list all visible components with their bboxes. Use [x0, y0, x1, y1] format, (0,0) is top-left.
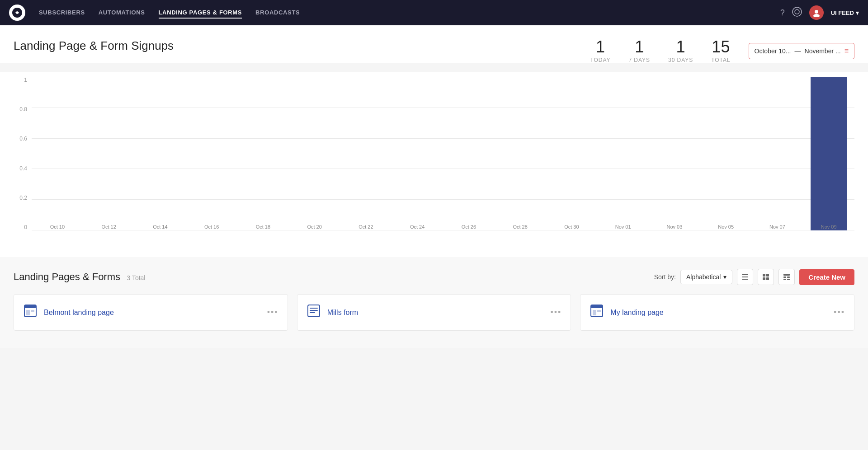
stat-today: 1 TODAY [590, 39, 610, 63]
lp-title: Landing Pages & Forms [14, 271, 120, 282]
card-menu-0[interactable]: ••• [267, 308, 278, 317]
svg-point-1 [793, 7, 802, 16]
user-menu[interactable]: UI FEED ▾ [831, 9, 859, 16]
card-name-1[interactable]: Mills form [327, 309, 544, 317]
chart-bar-15 [811, 77, 847, 230]
x-label-13: Nov 05 [700, 224, 752, 230]
svg-rect-16 [787, 279, 790, 280]
x-label-8: Oct 26 [443, 224, 495, 230]
x-label-11: Nov 01 [597, 224, 649, 230]
stat-30days-value: 1 [668, 39, 693, 55]
x-label-5: Oct 20 [289, 224, 340, 230]
y-label-02: 0.2 [14, 195, 27, 201]
chart-bar-slot-5 [289, 77, 340, 230]
date-start: October 10... [755, 47, 791, 55]
stat-total: 15 TOTAL [711, 39, 730, 63]
stat-7days: 1 7 DAYS [628, 39, 650, 63]
chart-bar-slot-4 [237, 77, 289, 230]
sort-value: Alphabetical [686, 273, 721, 281]
chart-wrap: 0 0.2 0.4 0.6 0.8 1 Oct 10Oct 12Oct 14Oc… [14, 77, 854, 248]
list-view-button[interactable] [737, 269, 753, 285]
nav-landing-pages[interactable]: LANDING PAGES & FORMS [159, 7, 242, 19]
svg-rect-13 [783, 277, 786, 278]
stat-7days-label: 7 DAYS [628, 57, 650, 63]
x-label-14: Nov 07 [752, 224, 803, 230]
svg-point-2 [795, 9, 799, 14]
y-label-08: 0.8 [14, 106, 27, 112]
chart-bar-slot-9 [495, 77, 546, 230]
x-label-3: Oct 16 [186, 224, 237, 230]
stat-total-label: TOTAL [711, 57, 730, 63]
stat-today-value: 1 [590, 39, 610, 55]
chevron-down-icon: ▾ [723, 273, 726, 281]
logo[interactable] [9, 5, 25, 21]
chart-container: 0 0.2 0.4 0.6 0.8 1 Oct 10Oct 12Oct 14Oc… [0, 72, 868, 258]
svg-rect-10 [763, 277, 765, 280]
svg-rect-9 [766, 274, 769, 277]
chart-bar-slot-3 [186, 77, 237, 230]
page-icon [590, 304, 604, 321]
svg-rect-22 [310, 308, 318, 309]
svg-rect-18 [24, 305, 36, 308]
x-label-10: Oct 30 [546, 224, 598, 230]
card-menu-2[interactable]: ••• [834, 308, 845, 317]
chart-bar-slot-11 [597, 77, 649, 230]
svg-rect-11 [766, 277, 769, 280]
chart-bar-slot-7 [392, 77, 443, 230]
x-label-6: Oct 22 [340, 224, 392, 230]
signups-title: Landing Page & Form Signups [14, 39, 174, 53]
stat-7days-value: 1 [628, 39, 650, 55]
x-label-7: Oct 24 [392, 224, 443, 230]
nav-subscribers[interactable]: SUBSCRIBERS [39, 7, 85, 19]
svg-rect-28 [597, 310, 601, 312]
sort-dropdown[interactable]: Alphabetical ▾ [680, 270, 732, 284]
chart-x-labels: Oct 10Oct 12Oct 14Oct 16Oct 18Oct 20Oct … [32, 217, 854, 230]
chart-y-labels: 0 0.2 0.4 0.6 0.8 1 [14, 77, 27, 230]
y-label-04: 0.4 [14, 165, 27, 172]
lp-header: Landing Pages & Forms 3 Total Sort by: A… [14, 269, 854, 285]
nav-automations[interactable]: AUTOMATIONS [99, 7, 145, 19]
svg-rect-24 [310, 312, 315, 313]
notification-icon[interactable] [792, 7, 802, 19]
svg-rect-7 [742, 279, 748, 280]
svg-rect-23 [310, 310, 318, 311]
chart-bar-slot-0 [32, 77, 83, 230]
svg-rect-6 [742, 277, 748, 277]
x-label-1: Oct 12 [83, 224, 135, 230]
chart-bar-slot-10 [546, 77, 598, 230]
nav-broadcasts[interactable]: BROADCASTS [255, 7, 300, 19]
card-name-0[interactable]: Belmont landing page [44, 309, 261, 317]
date-range-button[interactable]: October 10... — November ... ≡ [749, 43, 854, 59]
landing-pages-section: Landing Pages & Forms 3 Total Sort by: A… [0, 258, 868, 348]
nav-right: ? UI FEED ▾ [780, 5, 859, 20]
stats-row: 1 TODAY 1 7 DAYS 1 30 DAYS 15 TOTAL [590, 39, 730, 63]
chart-bars [32, 77, 854, 230]
stat-30days: 1 30 DAYS [668, 39, 693, 63]
chart-bar-slot-13 [700, 77, 752, 230]
stat-today-label: TODAY [590, 57, 610, 63]
lp-controls: Sort by: Alphabetical ▾ Create New [654, 269, 854, 285]
card-name-2[interactable]: My landing page [610, 309, 827, 317]
filter-icon: ≡ [844, 47, 849, 55]
svg-point-3 [815, 10, 818, 14]
x-label-2: Oct 14 [135, 224, 186, 230]
table-view-button[interactable] [778, 269, 795, 285]
chart-bar-slot-14 [752, 77, 803, 230]
cards-row: Belmont landing page••• Mills form••• My… [14, 294, 854, 331]
chart-bar-slot-1 [83, 77, 135, 230]
x-label-15: Nov 09 [803, 224, 854, 230]
svg-rect-8 [763, 274, 765, 277]
lp-total: 3 Total [127, 274, 145, 281]
chart-area: Oct 10Oct 12Oct 14Oct 16Oct 18Oct 20Oct … [32, 77, 854, 230]
navbar: SUBSCRIBERS AUTOMATIONS LANDING PAGES & … [0, 0, 868, 25]
landing-page-card-1: Mills form••• [297, 294, 571, 331]
create-new-button[interactable]: Create New [799, 269, 854, 285]
x-label-12: Nov 03 [649, 224, 700, 230]
grid-view-button[interactable] [758, 269, 774, 285]
card-menu-1[interactable]: ••• [550, 308, 561, 317]
signups-header: Landing Page & Form Signups 1 TODAY 1 7 … [14, 39, 854, 63]
y-label-0: 0 [14, 224, 27, 230]
svg-rect-14 [787, 277, 790, 278]
svg-rect-27 [593, 310, 596, 315]
help-icon[interactable]: ? [780, 8, 785, 18]
